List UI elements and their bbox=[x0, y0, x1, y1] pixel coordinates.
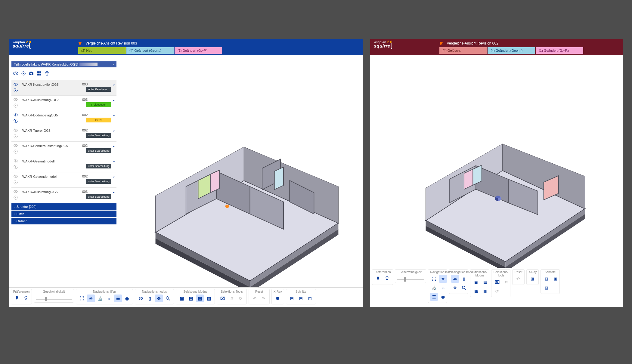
sun-icon[interactable]: ☼ bbox=[439, 284, 447, 292]
model-row[interactable]: WAKR-TuerenOG5002⌄unter Bearbeitung bbox=[11, 126, 116, 141]
model-row[interactable]: WAKR-Gesamtmodell⌄unter Bearbeitung bbox=[11, 157, 116, 172]
model-row[interactable]: WAKR-Gelaendemodell002⌄unter Bearbeitung bbox=[11, 172, 116, 187]
visibility-icon[interactable] bbox=[13, 143, 19, 148]
compass-icon[interactable]: ✳ bbox=[439, 275, 447, 283]
aperture-icon[interactable]: ◉ bbox=[439, 293, 447, 301]
chip-deleted[interactable]: (4) Gelöscht bbox=[439, 47, 487, 54]
sel4-icon[interactable]: ▥ bbox=[205, 295, 213, 302]
viewport-left[interactable] bbox=[119, 55, 363, 287]
redo-icon[interactable]: ↷ bbox=[260, 295, 268, 302]
stool1-icon[interactable]: ⌧ bbox=[493, 278, 501, 286]
settings-icon[interactable] bbox=[13, 134, 18, 140]
settings-icon[interactable] bbox=[13, 88, 18, 94]
list-icon[interactable]: ☰ bbox=[430, 293, 438, 301]
chip-geom[interactable]: (4) Geändert (Geom.) bbox=[488, 47, 535, 54]
cut2-icon[interactable]: ⊞ bbox=[552, 275, 559, 283]
cut3-icon[interactable]: ⊡ bbox=[543, 284, 550, 292]
sel1-icon[interactable]: ▣ bbox=[472, 278, 480, 286]
speed-slider[interactable] bbox=[397, 278, 424, 281]
chevron-down-icon[interactable]: ⌄ bbox=[112, 190, 115, 194]
chip-geom[interactable]: (4) Geändert (Geom.) bbox=[126, 47, 174, 54]
section-filter[interactable]: Filter bbox=[11, 211, 116, 217]
model-row[interactable]: WAKR-SonderausstattungOG5002⌄unter Bearb… bbox=[11, 141, 116, 157]
device-icon[interactable]: ▯ bbox=[460, 275, 468, 283]
undo-icon[interactable]: ↶ bbox=[514, 275, 522, 283]
sun-icon[interactable]: ☼ bbox=[105, 295, 113, 302]
orbit-icon[interactable]: ✥ bbox=[155, 295, 163, 302]
viewport-right[interactable] bbox=[370, 55, 623, 268]
target-icon[interactable] bbox=[20, 70, 26, 76]
eye-icon[interactable] bbox=[13, 70, 19, 76]
close-icon[interactable]: ✖ bbox=[69, 41, 85, 46]
chip-neu[interactable]: (2) Neu bbox=[78, 47, 126, 54]
section-struktur[interactable]: Struktur [209] bbox=[11, 203, 116, 210]
visibility-icon[interactable] bbox=[13, 159, 19, 164]
model-row[interactable]: WAKR-KonstruktionOG5003⌄unter Bearbeitu.… bbox=[11, 80, 116, 95]
pin-icon[interactable] bbox=[374, 275, 382, 283]
sel4-icon[interactable]: ▥ bbox=[481, 287, 489, 295]
xray-icon[interactable]: ⊞ bbox=[528, 275, 536, 283]
visibility-icon[interactable] bbox=[13, 82, 19, 87]
trash-icon[interactable] bbox=[44, 70, 50, 76]
pin2-icon[interactable] bbox=[383, 275, 391, 283]
aperture-icon[interactable]: ◉ bbox=[123, 295, 131, 302]
zoom-icon[interactable] bbox=[460, 284, 468, 292]
collapse-icon[interactable]: ‹ bbox=[113, 61, 114, 67]
settings-icon[interactable] bbox=[13, 149, 18, 155]
chevron-down-icon[interactable]: ⌄ bbox=[112, 113, 115, 117]
settings-icon[interactable] bbox=[13, 118, 18, 124]
visibility-icon[interactable] bbox=[13, 128, 19, 133]
mode-3d-icon[interactable]: 3D bbox=[137, 295, 145, 302]
visibility-icon[interactable] bbox=[13, 97, 19, 102]
stool1-icon[interactable]: ⌧ bbox=[219, 295, 227, 302]
sel1-icon[interactable]: ▣ bbox=[178, 295, 186, 302]
visibility-icon[interactable] bbox=[13, 113, 19, 118]
model-row[interactable]: WAKR-Ausstattung2OG5003⌄Freigegeben bbox=[11, 95, 116, 111]
chevron-down-icon[interactable]: ⌄ bbox=[112, 128, 115, 132]
pin-icon[interactable] bbox=[13, 295, 21, 302]
stool2-icon[interactable]: ⌑ bbox=[228, 295, 236, 302]
stool3-icon[interactable]: ⟳ bbox=[493, 287, 501, 295]
visibility-icon[interactable] bbox=[13, 190, 19, 194]
settings-icon[interactable] bbox=[13, 195, 18, 201]
fullscreen-icon[interactable]: ⛶ bbox=[78, 295, 86, 302]
mode-3d-icon[interactable]: 3D bbox=[451, 275, 459, 283]
compass-icon[interactable]: ✳ bbox=[87, 295, 95, 302]
microscope-icon[interactable]: 🔬 bbox=[96, 295, 104, 302]
settings-icon[interactable] bbox=[13, 164, 18, 170]
list-icon[interactable]: ☰ bbox=[114, 295, 122, 302]
settings-icon[interactable] bbox=[13, 103, 18, 109]
cut3-icon[interactable]: ⊡ bbox=[306, 295, 314, 302]
orbit-icon[interactable]: ✥ bbox=[451, 284, 459, 292]
chevron-down-icon[interactable]: ⌄ bbox=[112, 159, 115, 163]
speed-slider[interactable] bbox=[36, 298, 72, 301]
model-row[interactable]: WAKR-AusstattungOG5003⌄unter Bearbeitung bbox=[11, 187, 116, 203]
close-icon[interactable]: ✖ bbox=[430, 41, 447, 46]
grid-icon[interactable] bbox=[36, 70, 42, 76]
sel3-icon[interactable]: ▦ bbox=[196, 295, 204, 302]
chevron-down-icon[interactable]: ⌄ bbox=[112, 174, 115, 178]
zoom-icon[interactable] bbox=[164, 295, 172, 302]
model-row[interactable]: WAKR-BodenbelagOG5002⌄Geteit bbox=[11, 111, 116, 126]
camera-icon[interactable] bbox=[28, 70, 34, 76]
chevron-down-icon[interactable]: ⌄ bbox=[112, 97, 115, 102]
undo-icon[interactable]: ↶ bbox=[251, 295, 259, 302]
sidebar-header[interactable]: Teilmodelle [aktiv: WAKR-KonstruktionOG5… bbox=[11, 61, 116, 67]
stool3-icon[interactable]: ⟳ bbox=[237, 295, 245, 302]
device-icon[interactable]: ▯ bbox=[146, 295, 154, 302]
stool2-icon[interactable]: ⌑ bbox=[502, 278, 510, 286]
sel2-icon[interactable]: ▤ bbox=[187, 295, 195, 302]
visibility-icon[interactable] bbox=[13, 174, 19, 179]
sel2-icon[interactable]: ▤ bbox=[481, 278, 489, 286]
sel3-icon[interactable]: ▦ bbox=[472, 287, 480, 295]
chevron-down-icon[interactable]: ⌄ bbox=[112, 82, 115, 86]
section-ordner[interactable]: Ordner bbox=[11, 218, 116, 224]
microscope-icon[interactable]: 🔬 bbox=[430, 284, 438, 292]
cut1-icon[interactable]: ⊟ bbox=[543, 275, 550, 283]
cut1-icon[interactable]: ⊟ bbox=[288, 295, 296, 302]
chip-gp[interactable]: (1) Geändert (G.+P.) bbox=[536, 47, 583, 54]
chevron-down-icon[interactable]: ⌄ bbox=[112, 143, 115, 148]
fullscreen-icon[interactable]: ⛶ bbox=[430, 275, 438, 283]
settings-icon[interactable] bbox=[13, 180, 18, 186]
xray-icon[interactable]: ⊞ bbox=[274, 295, 281, 302]
